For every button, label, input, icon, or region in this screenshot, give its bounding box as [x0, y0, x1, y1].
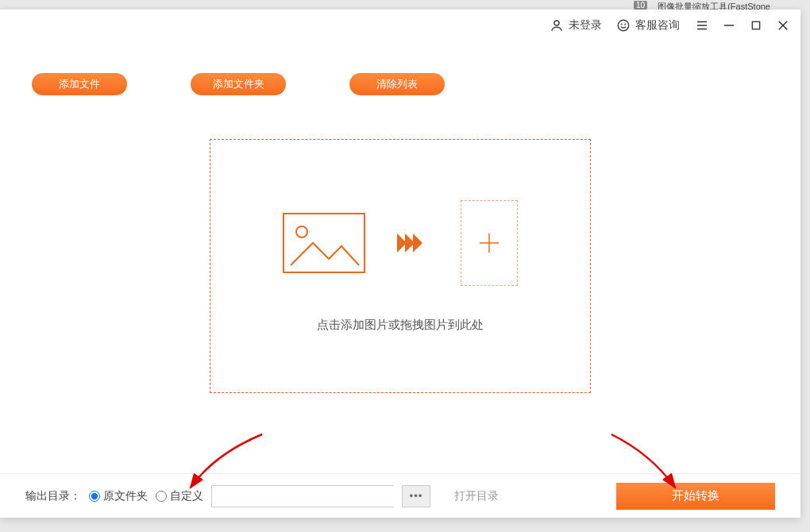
login-label: 未登录 — [569, 18, 602, 33]
radio-original-label: 原文件夹 — [103, 489, 148, 503]
background-badge: 10 — [634, 1, 647, 10]
svg-marker-14 — [413, 233, 422, 253]
image-icon — [283, 213, 365, 273]
bottombar: 输出目录： 原文件夹 自定义 ••• 打开目录 开始转换 — [0, 473, 800, 518]
add-file-button[interactable]: 添加文件 — [32, 73, 127, 95]
radio-original-folder[interactable]: 原文件夹 — [89, 489, 148, 503]
add-target-frame — [461, 200, 518, 286]
maximize-button[interactable] — [748, 17, 764, 33]
titlebar: 未登录 客服咨询 — [0, 10, 800, 41]
browse-button[interactable]: ••• — [402, 485, 430, 507]
svg-point-11 — [296, 226, 307, 237]
window-controls — [694, 17, 791, 33]
minimize-button[interactable] — [721, 17, 737, 33]
svg-point-0 — [554, 21, 559, 25]
forward-arrows-icon — [397, 231, 429, 255]
radio-original-input[interactable] — [89, 491, 100, 502]
close-button[interactable] — [775, 17, 791, 33]
open-directory-link[interactable]: 打开目录 — [454, 489, 499, 503]
picture-icon — [284, 214, 364, 272]
output-label: 输出目录： — [25, 489, 81, 503]
svg-point-2 — [621, 24, 622, 25]
main-window: 未登录 客服咨询 — [0, 10, 800, 518]
support-label: 客服咨询 — [635, 18, 680, 33]
svg-point-3 — [625, 24, 626, 25]
smile-icon — [616, 18, 631, 33]
add-folder-button[interactable]: 添加文件夹 — [191, 73, 286, 95]
plus-icon — [477, 231, 501, 255]
close-icon — [776, 18, 790, 33]
dropzone[interactable]: 点击添加图片或拖拽图片到此处 — [210, 139, 591, 393]
menu-icon — [695, 18, 709, 33]
svg-point-1 — [618, 20, 629, 31]
menu-button[interactable] — [694, 17, 710, 33]
output-path-input[interactable] — [211, 485, 394, 507]
clear-list-button[interactable]: 清除列表 — [349, 73, 445, 95]
login-status[interactable]: 未登录 — [550, 18, 602, 33]
start-convert-button[interactable]: 开始转换 — [616, 483, 775, 510]
user-icon — [550, 18, 564, 33]
dropzone-icons — [283, 200, 518, 286]
dropzone-hint: 点击添加图片或拖拽图片到此处 — [317, 318, 484, 333]
support-link[interactable]: 客服咨询 — [616, 18, 680, 33]
maximize-icon — [750, 19, 762, 32]
radio-custom-label: 自定义 — [170, 489, 203, 503]
radio-custom-input[interactable] — [156, 491, 167, 502]
radio-custom-folder[interactable]: 自定义 — [156, 489, 203, 503]
svg-rect-8 — [752, 21, 759, 29]
toolbar: 添加文件 添加文件夹 清除列表 — [0, 41, 800, 95]
minimize-icon — [722, 18, 736, 33]
